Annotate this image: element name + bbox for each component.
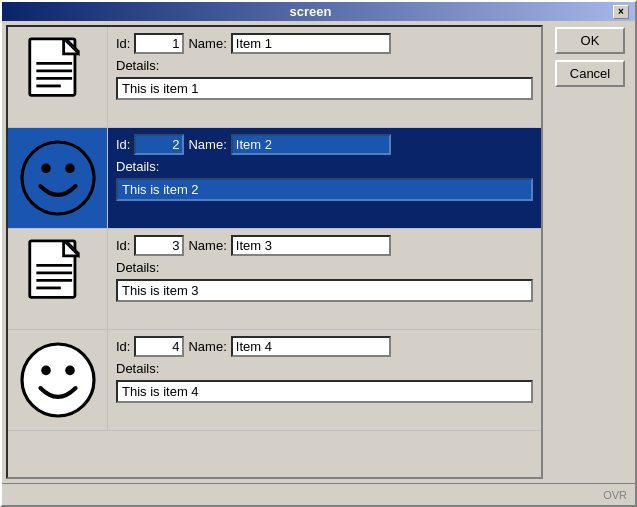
list-item[interactable]: Id: Name: Details: — [8, 128, 541, 229]
svg-point-6 — [22, 142, 94, 214]
details-input[interactable] — [116, 77, 533, 100]
sidebar: OK Cancel — [545, 21, 635, 483]
details-label: Details: — [116, 159, 159, 174]
document-icon — [8, 229, 108, 329]
statusbar: OVR — [2, 483, 635, 505]
id-input[interactable] — [134, 235, 184, 256]
details-row — [116, 380, 533, 403]
details-label-row: Details: — [116, 260, 533, 275]
name-input[interactable] — [231, 336, 391, 357]
id-input[interactable] — [134, 33, 184, 54]
window-title: screen — [8, 4, 613, 19]
document-icon — [8, 27, 108, 127]
ok-button[interactable]: OK — [555, 27, 625, 54]
titlebar: screen × — [2, 2, 635, 21]
name-label: Name: — [188, 137, 226, 152]
details-label-row: Details: — [116, 361, 533, 376]
name-input[interactable] — [231, 134, 391, 155]
id-label: Id: — [116, 36, 130, 51]
smiley-outline-icon — [8, 330, 108, 430]
list-item[interactable]: Id: Name: Details: — [8, 27, 541, 128]
id-input[interactable] — [134, 134, 184, 155]
details-input[interactable] — [116, 279, 533, 302]
svg-point-7 — [41, 164, 51, 174]
item-fields: Id: Name: Details: — [108, 229, 541, 329]
id-input[interactable] — [134, 336, 184, 357]
id-name-row: Id: Name: — [116, 33, 533, 54]
name-label: Name: — [188, 36, 226, 51]
id-name-row: Id: Name: — [116, 336, 533, 357]
close-button[interactable]: × — [613, 5, 629, 19]
item-fields: Id: Name: Details: — [108, 128, 541, 228]
details-label: Details: — [116, 260, 159, 275]
details-input[interactable] — [116, 178, 533, 201]
details-input[interactable] — [116, 380, 533, 403]
svg-point-16 — [41, 366, 51, 376]
content-area: Id: Name: Details: Id: — [2, 21, 635, 483]
scrollable-list[interactable]: Id: Name: Details: Id: — [8, 27, 541, 477]
details-label-row: Details: — [116, 159, 533, 174]
details-row — [116, 279, 533, 302]
name-label: Name: — [188, 339, 226, 354]
list-item[interactable]: Id: Name: Details: — [8, 330, 541, 431]
details-label: Details: — [116, 58, 159, 73]
details-label: Details: — [116, 361, 159, 376]
details-row — [116, 178, 533, 201]
name-input[interactable] — [231, 235, 391, 256]
ovr-status: OVR — [603, 489, 627, 501]
id-label: Id: — [116, 339, 130, 354]
svg-point-17 — [65, 366, 75, 376]
smiley-filled-icon — [8, 128, 108, 228]
id-name-row: Id: Name: — [116, 134, 533, 155]
details-label-row: Details: — [116, 58, 533, 73]
name-input[interactable] — [231, 33, 391, 54]
details-row — [116, 77, 533, 100]
main-window: screen × Id: Name: De — [0, 0, 637, 507]
item-fields: Id: Name: Details: — [108, 330, 541, 430]
id-name-row: Id: Name: — [116, 235, 533, 256]
id-label: Id: — [116, 137, 130, 152]
svg-point-15 — [22, 344, 94, 416]
cancel-button[interactable]: Cancel — [555, 60, 625, 87]
name-label: Name: — [188, 238, 226, 253]
id-label: Id: — [116, 238, 130, 253]
list-item[interactable]: Id: Name: Details: — [8, 229, 541, 330]
list-panel: Id: Name: Details: Id: — [6, 25, 543, 479]
item-fields: Id: Name: Details: — [108, 27, 541, 127]
svg-point-8 — [65, 164, 75, 174]
